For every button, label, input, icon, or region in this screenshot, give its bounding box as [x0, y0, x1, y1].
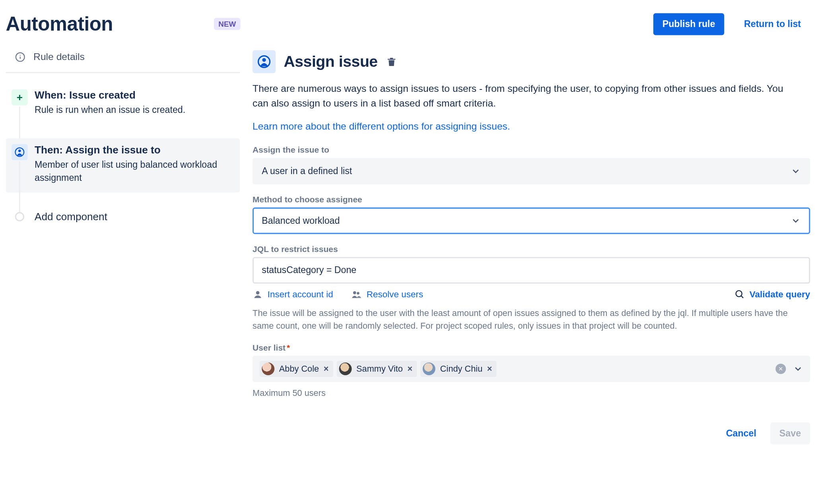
clear-all-icon[interactable]: ×	[775, 363, 786, 374]
step-desc: Member of user list using balanced workl…	[35, 159, 231, 184]
userlist-helper: Maximum 50 users	[253, 386, 800, 399]
step-title: When: Issue created	[35, 89, 231, 101]
rule-details-label: Rule details	[33, 51, 85, 63]
jql-value: statusCategory = Done	[262, 265, 356, 275]
method-select[interactable]: Balanced workload	[253, 207, 810, 234]
add-component-row[interactable]: Add component	[6, 206, 240, 233]
svg-point-4	[18, 150, 21, 153]
page-title: Automation	[6, 13, 113, 35]
chevron-down-icon[interactable]	[793, 363, 803, 374]
step-desc: Rule is run when an issue is created.	[35, 104, 231, 116]
avatar	[262, 362, 274, 375]
rule-details-row[interactable]: Rule details	[6, 50, 240, 73]
method-value: Balanced workload	[262, 215, 340, 226]
user-chip[interactable]: Cindy Chiu ×	[421, 361, 497, 377]
method-label: Method to choose assignee	[253, 195, 810, 204]
people-icon	[350, 289, 362, 299]
person-icon	[253, 289, 263, 299]
svg-point-2	[20, 55, 21, 56]
svg-line-11	[741, 296, 743, 298]
add-component-label: Add component	[35, 211, 231, 223]
rule-step-action[interactable]: Then: Assign the issue to Member of user…	[6, 139, 240, 193]
trash-icon[interactable]	[386, 56, 397, 68]
remove-user-icon[interactable]: ×	[408, 364, 413, 374]
new-badge: NEW	[214, 18, 241, 30]
svg-point-9	[357, 292, 359, 295]
user-name: Sammy Vito	[356, 364, 403, 374]
assign-to-select[interactable]: A user in a defined list	[253, 158, 810, 184]
return-to-list-button[interactable]: Return to list	[735, 13, 810, 35]
avatar	[339, 362, 352, 375]
insert-account-id-link[interactable]: Insert account id	[268, 289, 333, 299]
jql-helper-text: The issue will be assigned to the user w…	[253, 306, 800, 332]
userlist-input[interactable]: Abby Cole × Sammy Vito × Cindy Chiu × ×	[253, 355, 810, 382]
remove-user-icon[interactable]: ×	[487, 364, 492, 374]
plus-icon: +	[12, 89, 28, 106]
userlist-label: User list*	[253, 343, 810, 352]
save-button: Save	[770, 423, 810, 444]
assign-to-value: A user in a defined list	[262, 166, 352, 176]
user-chip[interactable]: Abby Cole ×	[260, 361, 334, 377]
resolve-users-link[interactable]: Resolve users	[367, 289, 423, 299]
svg-point-8	[353, 291, 356, 294]
jql-label: JQL to restrict issues	[253, 244, 810, 253]
assign-icon	[253, 50, 276, 73]
section-intro: There are numerous ways to assign issues…	[253, 81, 795, 111]
rule-step-trigger[interactable]: + When: Issue created Rule is run when a…	[6, 83, 240, 125]
validate-query-link[interactable]: Validate query	[750, 289, 810, 299]
user-chip[interactable]: Sammy Vito ×	[337, 361, 417, 377]
svg-point-7	[256, 291, 260, 295]
section-title: Assign issue	[284, 53, 377, 71]
info-icon	[15, 52, 25, 62]
user-name: Cindy Chiu	[440, 364, 482, 374]
user-name: Abby Cole	[279, 364, 319, 374]
svg-point-10	[736, 291, 742, 297]
jql-input[interactable]: statusCategory = Done	[253, 257, 810, 283]
assign-to-label: Assign the issue to	[253, 145, 810, 154]
empty-step-icon	[15, 212, 24, 221]
step-title: Then: Assign the issue to	[35, 144, 231, 156]
remove-user-icon[interactable]: ×	[324, 364, 329, 374]
svg-point-6	[262, 58, 266, 62]
learn-more-link[interactable]: Learn more about the different options f…	[253, 121, 510, 132]
chevron-down-icon	[791, 166, 801, 176]
cancel-button[interactable]: Cancel	[717, 423, 765, 444]
search-icon	[734, 289, 745, 299]
avatar	[423, 362, 435, 375]
required-indicator: *	[287, 343, 290, 352]
publish-rule-button[interactable]: Publish rule	[653, 13, 724, 35]
chevron-down-icon	[791, 215, 801, 226]
assign-icon	[12, 144, 28, 161]
